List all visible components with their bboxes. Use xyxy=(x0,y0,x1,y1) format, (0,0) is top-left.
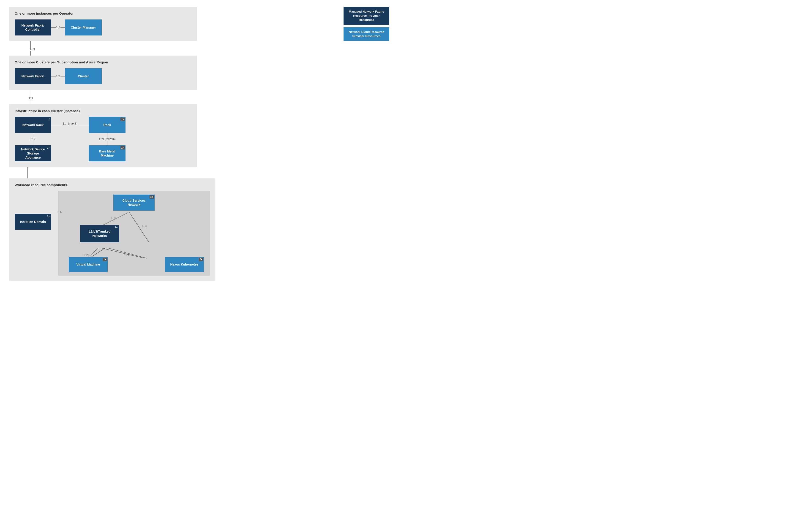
svg-text:1::N: 1::N xyxy=(142,225,147,228)
s2-h-connector-label: 1::1 xyxy=(56,75,60,78)
rack-node: 1+ Rack xyxy=(89,117,126,133)
s1-h-connector-label: 1::1 xyxy=(56,26,60,29)
svg-text:1::N: 1::N xyxy=(111,217,116,220)
isolation-h-connector xyxy=(33,230,33,230)
network-fabric-controller-node: Network Fabric Controller xyxy=(15,19,51,36)
svg-text:N::N: N::N xyxy=(84,254,89,256)
legend: Managed Network Fabric Resource Provider… xyxy=(344,7,389,41)
isolation-domain-node: 1+ Isolation Domain xyxy=(15,214,51,230)
cluster-node: Cluster xyxy=(65,68,102,84)
cm-label: Cluster Manager xyxy=(71,25,96,30)
rack-label: Rack xyxy=(103,123,111,127)
nexus-node: 1+ Nexus Kubernetes xyxy=(165,257,204,272)
cluster-label: Cluster xyxy=(78,74,89,78)
nr-label: Network Rack xyxy=(22,123,44,127)
v-connector-2-3: 1::1 xyxy=(27,90,32,104)
vm-label: Virtual Machine xyxy=(76,262,100,266)
bmm-label: Bare Metal Machine xyxy=(93,149,121,157)
isolation-badge: 1+ xyxy=(46,214,51,218)
nr-v-label: 1::N xyxy=(31,137,36,141)
nexus-box: 1+ Nexus Kubernetes xyxy=(165,257,204,272)
svg-line-4 xyxy=(87,248,98,258)
ndsa-badge: 1+ xyxy=(46,146,51,150)
svg-line-5 xyxy=(108,248,147,258)
nfc-label: Network Fabric Controller xyxy=(19,23,47,32)
cloud-services-node: 1+ Cloud Services Network xyxy=(113,194,154,211)
vm-box: 1+ Virtual Machine xyxy=(69,257,108,272)
l2l3-node: 1+ L2/L3/Trunked Networks xyxy=(80,225,119,242)
sec3-h-connector: 1::n (max 8) xyxy=(51,117,89,125)
nf-label: Network Fabric xyxy=(21,74,44,78)
sec3-h-label: 1::n (max 8) xyxy=(63,122,77,125)
csn-badge: 1+ xyxy=(150,195,154,199)
nr-v-line2 xyxy=(33,141,33,145)
sec4-sub-box: 1+ Cloud Services Network xyxy=(58,191,210,276)
svg-line-7 xyxy=(89,248,105,258)
section1-title: One or more instances per Operator xyxy=(15,12,191,15)
sec3-left-col: 1 Network Rack 1::N 1+ Network Device St… xyxy=(15,117,51,162)
sec4-svg-area: 1::N 1::N xyxy=(62,212,206,272)
nexus-label: Nexus Kubernetes xyxy=(170,262,199,266)
v-connector-1-2: 1::N xyxy=(27,41,34,56)
v-label-2-3: 1::1 xyxy=(29,97,33,100)
cluster-manager-node: Cluster Manager xyxy=(65,19,102,36)
v-label-1-2: 1::N xyxy=(30,48,35,51)
nr-v-line xyxy=(33,133,33,137)
network-rack-node: 1 Network Rack xyxy=(15,117,51,133)
iso-label: 1::N xyxy=(57,210,62,213)
section3-box: Infrastructure in each Cluster (instance… xyxy=(9,104,197,167)
svg-line-6 xyxy=(101,248,144,258)
network-rack-badge: 1 xyxy=(48,118,51,121)
legend-cloud: Network Cloud Resource Provider Resource… xyxy=(344,27,389,41)
l2l3-box: 1+ L2/L3/Trunked Networks xyxy=(80,225,119,242)
isolation-h-line: 1::N xyxy=(50,210,64,213)
bmm-badge: 1+ xyxy=(121,146,125,150)
section1-nodes: Network Fabric Controller 1::1 Cluster M… xyxy=(15,19,191,36)
isolation-col: 1+ Isolation Domain xyxy=(15,191,51,230)
section4-content: 1+ Isolation Domain 1+ Cloud Services Ne… xyxy=(15,191,210,276)
l2l3-label: L2/L3/Trunked Networks xyxy=(85,229,114,238)
section2-title: One or more Clusters per Subscription an… xyxy=(15,60,191,64)
v-connector-3-4 xyxy=(27,167,28,178)
rack-badge: 1+ xyxy=(121,118,125,121)
vm-node: 1+ Virtual Machine xyxy=(69,257,108,272)
id-label: Isolation Domain xyxy=(20,220,46,224)
spacer xyxy=(33,230,33,230)
vm-badge: 1+ xyxy=(103,258,107,261)
csn-label: Cloud Services Network xyxy=(118,198,150,207)
section4-box: Workload resource components 1+ Isolatio… xyxy=(9,178,215,281)
section4-title: Workload resource components xyxy=(15,183,210,187)
network-fabric-node: Network Fabric xyxy=(15,68,51,84)
rack-v-label: 1::N (8/12/16) xyxy=(99,137,115,141)
l2l3-badge: 1+ xyxy=(114,226,118,229)
ndsa-label: Network Device Storage Appliance xyxy=(19,147,47,160)
bmm-node: 1+ Bare Metal Machine xyxy=(89,145,126,162)
section2-box: One or more Clusters per Subscription an… xyxy=(9,56,197,90)
legend-managed: Managed Network Fabric Resource Provider… xyxy=(344,7,389,25)
section1-box: One or more instances per Operator Netwo… xyxy=(9,7,197,41)
ndsa-node: 1+ Network Device Storage Appliance xyxy=(15,145,51,162)
section2-nodes: Network Fabric 1::1 Cluster xyxy=(15,68,191,84)
sec3-h-line1 xyxy=(51,125,63,125)
csn-col: 1+ Cloud Services Network xyxy=(62,194,206,211)
svg-text:N::N: N::N xyxy=(124,254,129,256)
section3-content: 1 Network Rack 1::N 1+ Network Device St… xyxy=(15,117,191,162)
nexus-badge: 1+ xyxy=(199,258,203,261)
section3-title: Infrastructure in each Cluster (instance… xyxy=(15,109,191,113)
sec3-right-col: 1+ Rack 1::N (8/12/16) 1+ Bare Metal Mac… xyxy=(89,117,126,162)
sec3-h-line2 xyxy=(77,125,89,125)
